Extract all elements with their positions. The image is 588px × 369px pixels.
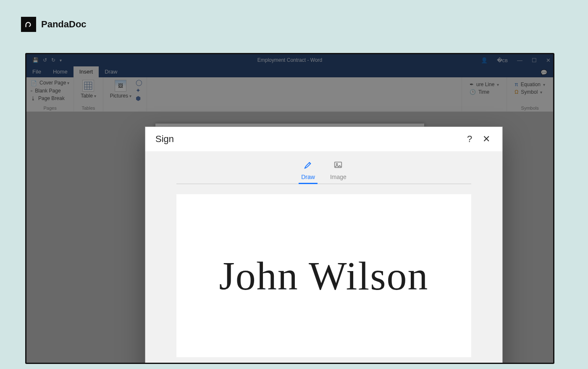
- dialog-title: Sign: [155, 134, 174, 145]
- tab-image[interactable]: Image: [328, 158, 348, 184]
- close-icon[interactable]: ✕: [478, 134, 495, 145]
- dialog-header: Sign ? ✕: [145, 127, 502, 151]
- tab-draw-label: Draw: [301, 174, 315, 180]
- image-icon: [333, 161, 343, 172]
- dialog-footer: Sign Cancel: [145, 359, 502, 364]
- svg-point-6: [336, 163, 338, 165]
- pandadoc-logo-icon: [21, 17, 36, 32]
- brand-name: PandaDoc: [41, 19, 87, 30]
- pandadoc-brand: PandaDoc: [21, 17, 87, 32]
- tab-image-label: Image: [330, 174, 346, 180]
- dialog-tabs: Draw Image: [176, 158, 471, 184]
- pen-icon: [304, 161, 313, 172]
- sign-dialog: Sign ? ✕ Draw I: [145, 127, 503, 364]
- help-icon[interactable]: ?: [461, 134, 478, 145]
- signature-text: John Wilson: [219, 253, 428, 299]
- signature-canvas[interactable]: John Wilson: [176, 194, 471, 357]
- word-window: 💾 ↺ ↻ ▾ Employment Contract - Word 👤 �св…: [25, 53, 554, 364]
- tab-draw[interactable]: Draw: [299, 158, 317, 184]
